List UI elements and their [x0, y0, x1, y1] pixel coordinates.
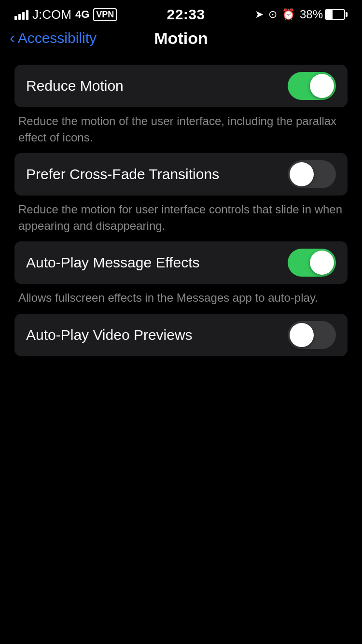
toggle-reduce-motion[interactable]	[288, 72, 336, 100]
settings-description-auto-play-message-effects: Allows fullscreen effects in the Message…	[14, 284, 348, 306]
status-right: ➤ ⊙ ⏰ 38%	[255, 8, 348, 21]
settings-label-auto-play-video-previews: Auto-Play Video Previews	[26, 327, 193, 343]
settings-label-reduce-motion: Reduce Motion	[26, 78, 124, 94]
toggle-knob-prefer-cross-fade	[290, 162, 314, 186]
alarm-icon: ⏰	[282, 8, 295, 21]
toggle-knob-reduce-motion	[310, 74, 334, 98]
network-badge: 4G	[75, 8, 89, 21]
battery-container: 38%	[300, 8, 348, 21]
location-icon: ➤	[255, 8, 264, 21]
settings-row-auto-play-message-effects[interactable]: Auto-Play Message Effects	[14, 241, 348, 284]
settings-row-auto-play-video-previews[interactable]: Auto-Play Video Previews	[14, 314, 348, 356]
toggle-knob-auto-play-message-effects	[310, 251, 334, 275]
lock-icon: ⊙	[268, 8, 277, 21]
settings-row-prefer-cross-fade[interactable]: Prefer Cross-Fade Transitions	[14, 153, 348, 196]
settings-description-reduce-motion: Reduce the motion of the user interface,…	[14, 107, 348, 145]
toggle-auto-play-message-effects[interactable]	[288, 249, 336, 277]
signal-bars-icon	[14, 9, 28, 20]
settings-group-auto-play-message-effects: Auto-Play Message EffectsAllows fullscre…	[14, 241, 348, 306]
toggle-knob-auto-play-video-previews	[290, 323, 314, 347]
back-chevron-icon: ‹	[10, 30, 15, 45]
settings-row-reduce-motion[interactable]: Reduce Motion	[14, 65, 348, 107]
settings-group-auto-play-video-previews: Auto-Play Video Previews	[14, 314, 348, 356]
status-time: 22:33	[167, 6, 205, 23]
battery-percent: 38%	[300, 8, 323, 21]
nav-header: ‹ Accessibility Motion	[0, 26, 362, 55]
settings-group-prefer-cross-fade: Prefer Cross-Fade TransitionsReduce the …	[14, 153, 348, 234]
settings-label-auto-play-message-effects: Auto-Play Message Effects	[26, 254, 200, 271]
settings-content: Reduce MotionReduce the motion of the us…	[0, 55, 362, 356]
settings-group-reduce-motion: Reduce MotionReduce the motion of the us…	[14, 65, 348, 145]
settings-label-prefer-cross-fade: Prefer Cross-Fade Transitions	[26, 166, 219, 182]
back-label: Accessibility	[18, 30, 97, 46]
back-button[interactable]: ‹ Accessibility	[10, 30, 97, 46]
page-title: Motion	[154, 29, 208, 48]
toggle-prefer-cross-fade[interactable]	[288, 160, 336, 188]
status-left: J:COM 4G VPN	[14, 7, 117, 22]
vpn-badge: VPN	[93, 8, 117, 21]
battery-icon	[325, 9, 348, 20]
status-bar: J:COM 4G VPN 22:33 ➤ ⊙ ⏰ 38%	[0, 0, 362, 26]
carrier-text: J:COM	[32, 7, 71, 22]
settings-description-prefer-cross-fade: Reduce the motion for user interface con…	[14, 196, 348, 234]
toggle-auto-play-video-previews[interactable]	[288, 321, 336, 349]
